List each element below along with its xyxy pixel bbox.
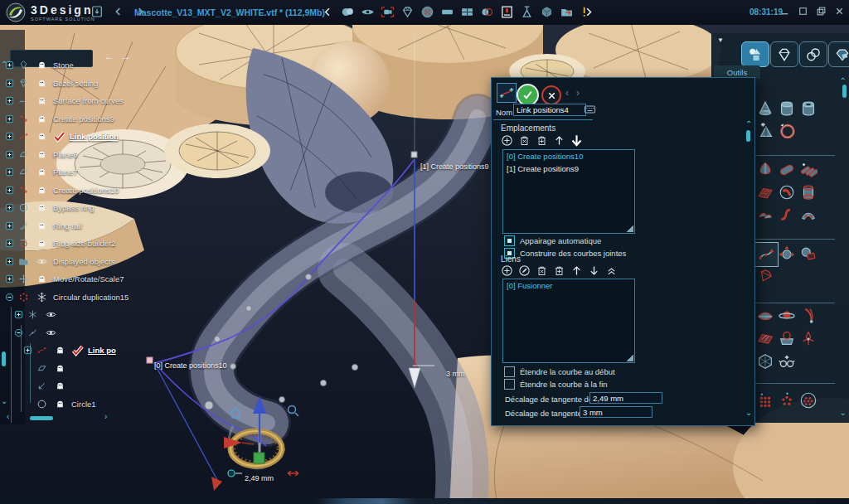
- expand-icon[interactable]: [5, 150, 14, 161]
- ghost-visibility-icon[interactable]: [36, 149, 47, 162]
- expand-icon[interactable]: [5, 203, 14, 214]
- ghost-visibility-icon[interactable]: [36, 60, 47, 72]
- tree-scroll-down[interactable]: ⌄: [1, 398, 7, 405]
- tool-arch-band[interactable]: [797, 202, 820, 225]
- save-import-icon[interactable]: [88, 2, 106, 21]
- add-icon[interactable]: [500, 133, 514, 148]
- list-resize-grip[interactable]: [627, 225, 633, 232]
- tool-glasses[interactable]: [775, 350, 798, 373]
- add-icon[interactable]: [500, 264, 514, 278]
- tree-vscroll-thumb[interactable]: [2, 351, 6, 366]
- tool-tube-curve[interactable]: [775, 158, 798, 182]
- diamond-icon[interactable]: [398, 2, 416, 21]
- minimize-icon[interactable]: [778, 4, 791, 17]
- ghost-visibility-icon[interactable]: [55, 399, 65, 411]
- snowflake-visibility-icon[interactable]: [36, 292, 47, 304]
- tool-gem-box[interactable]: [775, 327, 798, 350]
- collapse-icon[interactable]: [14, 328, 23, 339]
- ghost-visibility-icon[interactable]: [36, 220, 47, 233]
- tree-hscroll-thumb[interactable]: [30, 416, 53, 420]
- render-spheres-icon[interactable]: [338, 2, 357, 21]
- checkbox-checked-icon[interactable]: [504, 235, 515, 246]
- tool-torus[interactable]: [775, 119, 798, 143]
- keyboard-icon[interactable]: [585, 105, 595, 114]
- expand-icon[interactable]: [5, 186, 14, 196]
- confirm-button[interactable]: [517, 84, 539, 106]
- tool-blob[interactable]: [775, 181, 798, 204]
- expand-icon[interactable]: [5, 79, 14, 90]
- tool-dots-circle[interactable]: [775, 389, 798, 412]
- checkbox-étendre-la-courbe-au-début[interactable]: Étendre la courbe au début: [504, 366, 615, 377]
- tool-cylinder[interactable]: [775, 97, 798, 120]
- checkbox-appairage-automatique[interactable]: Appairage automatique: [504, 235, 601, 246]
- checkbox-construire-des-courbes-jointes[interactable]: Construire des courbes jointes: [504, 248, 626, 259]
- export-folder-icon[interactable]: [557, 2, 575, 21]
- eye-visibility-icon[interactable]: [46, 327, 56, 340]
- down-icon[interactable]: [587, 264, 601, 278]
- tool-arch[interactable]: [754, 158, 777, 182]
- tree-hscroll-left[interactable]: ‹: [7, 414, 9, 420]
- tool-eye-shape[interactable]: [754, 304, 777, 327]
- up-icon[interactable]: [570, 264, 584, 278]
- expand-icon[interactable]: [5, 221, 14, 232]
- tool-pave-slab[interactable]: [754, 327, 777, 350]
- delete-icon[interactable]: [535, 264, 549, 278]
- ghost-visibility-icon[interactable]: [55, 380, 65, 393]
- list-item[interactable]: [0] Create positions10: [503, 150, 634, 162]
- tool-ring-cyl[interactable]: [797, 181, 820, 204]
- printer3d-icon[interactable]: [497, 2, 516, 21]
- list-item[interactable]: [0] Fusionner: [503, 279, 634, 292]
- delete-plus-icon[interactable]: [552, 264, 566, 278]
- dialog-scroll-down[interactable]: ⌄: [745, 410, 752, 416]
- ghost-visibility-icon[interactable]: [36, 167, 47, 179]
- expand-icon[interactable]: [23, 346, 32, 356]
- panel-tab-gem-tab[interactable]: [770, 41, 798, 67]
- tool-pave-grid[interactable]: [754, 181, 777, 204]
- close-icon[interactable]: [832, 4, 846, 17]
- panel-dropdown-icon[interactable]: ▼: [717, 36, 724, 44]
- collapse-icon[interactable]: [604, 264, 619, 278]
- pave-sphere-icon[interactable]: [418, 2, 436, 21]
- tool-tube[interactable]: [797, 97, 820, 120]
- tool-geo-box[interactable]: [754, 350, 777, 373]
- nav-back-icon[interactable]: [109, 2, 128, 21]
- panel-tab-gemtag-tab[interactable]: [828, 41, 849, 67]
- tree-hscroll-right[interactable]: ›: [104, 414, 107, 420]
- panel-vscroll-thumb[interactable]: [842, 85, 847, 98]
- ghost-visibility-icon[interactable]: [36, 131, 47, 143]
- expand-icon[interactable]: [5, 61, 14, 71]
- console-icon[interactable]: [577, 2, 595, 21]
- list-item[interactable]: [1] Create positions9: [503, 162, 634, 175]
- dialog-scroll-up[interactable]: ⌃: [745, 121, 752, 128]
- cancel-button[interactable]: [541, 85, 561, 105]
- expand-icon[interactable]: [5, 257, 14, 268]
- grid-table-icon[interactable]: [458, 2, 476, 21]
- tangent-offset-input[interactable]: 2,49 mm: [589, 392, 662, 404]
- ghost-visibility-icon[interactable]: [55, 363, 65, 376]
- ghost-visibility-icon[interactable]: [36, 185, 47, 197]
- expand-icon[interactable]: [5, 239, 14, 250]
- tree-nav-left[interactable]: ←: [104, 51, 114, 61]
- tool-cone[interactable]: [754, 97, 777, 120]
- toggle-icon[interactable]: [478, 2, 496, 21]
- collapse-icon[interactable]: [5, 293, 14, 303]
- name-input[interactable]: Link positions4: [513, 104, 586, 116]
- duplicate-icon[interactable]: [814, 4, 827, 17]
- tool-dots-grid[interactable]: [754, 389, 777, 412]
- liens-list[interactable]: [0] Fusionner: [502, 279, 635, 363]
- chevron-left-icon[interactable]: [318, 2, 337, 21]
- tool-gem-pyramid[interactable]: [754, 119, 777, 143]
- expand-icon[interactable]: [5, 96, 14, 107]
- expand-icon[interactable]: [5, 132, 14, 143]
- edit-icon[interactable]: [517, 264, 531, 278]
- panel-tab-rings-tab[interactable]: [799, 41, 827, 67]
- eye-visibility-icon[interactable]: [46, 309, 56, 322]
- slab-icon[interactable]: [438, 2, 456, 21]
- maximize-icon[interactable]: [796, 4, 809, 17]
- dialog-prev-button[interactable]: ‹: [565, 87, 569, 99]
- tool-trefoil[interactable]: [797, 327, 820, 350]
- expand-icon[interactable]: [5, 274, 14, 285]
- ghost-visibility-icon[interactable]: [55, 345, 65, 357]
- ghost-visibility-icon[interactable]: [36, 238, 47, 250]
- dialog-vscroll-thumb[interactable]: [746, 130, 750, 142]
